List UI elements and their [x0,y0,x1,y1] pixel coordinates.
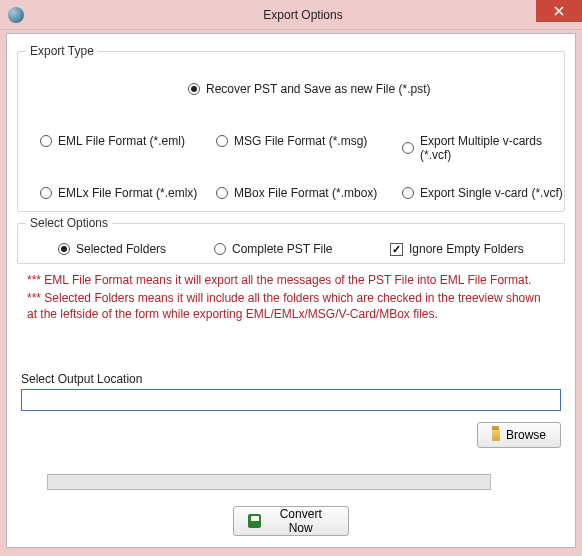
export-type-group: Export Type Recover PST and Save as new … [17,44,565,212]
convert-now-button[interactable]: Convert Now [233,506,349,536]
checkbox-label: Ignore Empty Folders [409,242,524,256]
note-line-2: *** Selected Folders means it will inclu… [27,290,551,322]
radio-icon [402,187,414,199]
radio-mbox[interactable]: MBox File Format (*.mbox) [216,186,377,200]
note-line-1: *** EML File Format means it will export… [27,272,551,288]
radio-icon [188,83,200,95]
close-icon [554,6,564,16]
radio-label: MBox File Format (*.mbox) [234,186,377,200]
radio-label: EMLx File Format (*.emlx) [58,186,197,200]
close-button[interactable] [536,0,582,22]
checkbox-icon [390,243,403,256]
title-bar: Export Options [0,0,582,30]
export-type-legend: Export Type [26,44,98,58]
checkbox-ignore-empty[interactable]: Ignore Empty Folders [390,242,524,256]
radio-recover-pst[interactable]: Recover PST and Save as new File (*.pst) [188,82,431,96]
radio-label: EML File Format (*.eml) [58,134,185,148]
dialog-body: Export Type Recover PST and Save as new … [6,33,576,548]
notes-text: *** EML File Format means it will export… [27,272,551,325]
select-options-group: Select Options Selected Folders Complete… [17,216,565,264]
save-icon [248,514,261,528]
radio-msg[interactable]: MSG File Format (*.msg) [216,134,367,148]
radio-icon [402,142,414,154]
radio-vcf-multi[interactable]: Export Multiple v-cards (*.vcf) [402,134,564,162]
radio-eml[interactable]: EML File Format (*.eml) [40,134,185,148]
radio-label: Selected Folders [76,242,166,256]
output-location-input[interactable] [21,389,561,411]
radio-label: Complete PST File [232,242,332,256]
radio-label: Recover PST and Save as new File (*.pst) [206,82,431,96]
radio-emlx[interactable]: EMLx File Format (*.emlx) [40,186,197,200]
radio-label: MSG File Format (*.msg) [234,134,367,148]
radio-icon [40,135,52,147]
radio-selected-folders[interactable]: Selected Folders [58,242,166,256]
radio-label: Export Multiple v-cards (*.vcf) [420,134,564,162]
radio-label: Export Single v-card (*.vcf) [420,186,563,200]
browse-button[interactable]: Browse [477,422,561,448]
radio-vcf-single[interactable]: Export Single v-card (*.vcf) [402,186,563,200]
progress-bar [47,474,491,490]
radio-complete-pst[interactable]: Complete PST File [214,242,332,256]
convert-button-label: Convert Now [267,507,334,535]
output-location-label: Select Output Location [21,372,142,386]
radio-icon [40,187,52,199]
app-icon [8,7,24,23]
folder-icon [492,429,500,441]
radio-icon [214,243,226,255]
radio-icon [58,243,70,255]
select-options-legend: Select Options [26,216,112,230]
radio-icon [216,135,228,147]
radio-icon [216,187,228,199]
browse-button-label: Browse [506,428,546,442]
window-title: Export Options [24,8,582,22]
